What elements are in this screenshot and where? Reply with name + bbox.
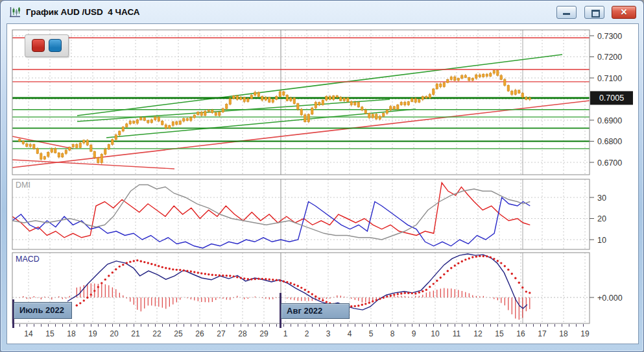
dmi-panel[interactable]: [12, 179, 590, 249]
price-axis-labels: 0.73000.72000.71000.69000.68000.67003020…: [590, 32, 623, 303]
day-label: 19: [580, 329, 590, 338]
blue-marker-button[interactable]: [49, 39, 62, 52]
day-label: 5: [369, 329, 374, 338]
time-axis-labels: 1415181920212225262728291234589101112151…: [13, 324, 590, 338]
titlebar[interactable]: График AUD /USD 4 ЧАСА ✕: [1, 1, 643, 23]
day-label: 1: [283, 329, 288, 338]
window-title: График AUD /USD 4 ЧАСА: [26, 1, 140, 23]
price-axis-label: 0.6700: [597, 158, 622, 168]
price-axis-label: 0.7200: [597, 53, 622, 62]
day-label: 21: [131, 329, 140, 338]
price-axis-label: 0.7100: [597, 74, 622, 83]
day-label: 14: [24, 329, 33, 338]
day-label: 9: [412, 329, 416, 338]
day-label: 25: [174, 329, 183, 338]
month-label-aug: Авг 2022: [281, 303, 350, 319]
day-label: 28: [238, 329, 247, 338]
chart-canvas[interactable]: 0.73000.72000.71000.69000.68000.67003020…: [7, 24, 638, 344]
day-label: 11: [453, 329, 461, 338]
chart-client-area: 0.73000.72000.71000.69000.68000.67003020…: [7, 24, 638, 344]
red-marker-button[interactable]: [32, 39, 45, 52]
minimize-button[interactable]: [556, 6, 577, 19]
price-axis-label: 0.6800: [597, 137, 622, 146]
day-label: 27: [217, 329, 226, 338]
day-label: 10: [431, 329, 440, 338]
current-price-tag: 0.7005: [590, 91, 633, 105]
dmi-axis-label: 10: [597, 236, 606, 245]
day-label: 29: [259, 329, 268, 338]
chart-mini-toolbar: [25, 34, 69, 57]
price-axis-label: 0.7300: [597, 32, 622, 41]
chart-icon: [9, 6, 21, 18]
close-button[interactable]: ✕: [612, 6, 636, 19]
day-label: 8: [390, 329, 395, 338]
price-axis-label: 0.6900: [597, 116, 622, 125]
day-label: 15: [495, 329, 504, 338]
day-label: 20: [110, 329, 119, 338]
day-label: 4: [348, 329, 352, 338]
day-label: 18: [559, 329, 568, 338]
minimize-icon: [563, 13, 570, 15]
macd-panel-label: MACD: [16, 255, 40, 264]
day-label: 17: [538, 329, 547, 338]
dmi-axis-label: 20: [597, 214, 606, 223]
day-label: 3: [326, 329, 331, 338]
day-label: 15: [45, 329, 54, 338]
dmi-axis-label: 30: [597, 194, 606, 203]
day-label: 26: [195, 329, 204, 338]
app-window: График AUD /USD 4 ЧАСА ✕ 0.73000.72000.7…: [0, 0, 644, 352]
month-label-july: Июль 2022: [14, 302, 72, 319]
dmi-panel-label: DMI: [16, 181, 30, 190]
day-label: 16: [516, 329, 525, 338]
day-label: 22: [152, 329, 161, 338]
main-panel[interactable]: [12, 30, 590, 175]
day-label: 12: [473, 329, 483, 338]
maximize-button[interactable]: [584, 6, 604, 19]
macd-zero-label: +0.000: [597, 294, 623, 303]
day-label: 19: [88, 329, 97, 338]
current-price-value: 0.7005: [599, 94, 624, 103]
day-label: 2: [305, 329, 309, 338]
day-label: 18: [67, 329, 76, 338]
restore-icon: [591, 10, 600, 18]
